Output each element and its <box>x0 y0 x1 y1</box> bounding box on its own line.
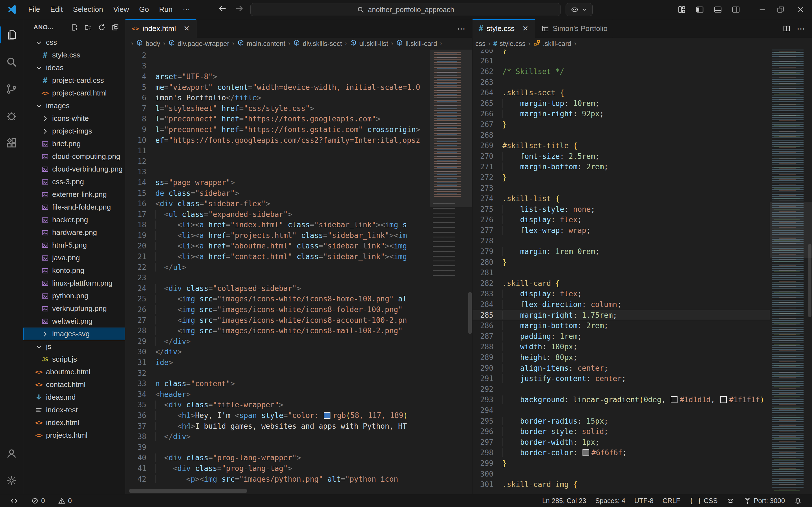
code-line-281[interactable]: 281 <box>472 267 770 278</box>
tree-item-cloud-verbindung.png[interactable]: cloud-verbindung.png <box>23 163 125 175</box>
tree-item-index-test[interactable]: index-test <box>23 404 125 416</box>
breadcrumb-item-li-skill-card[interactable]: li.skill-card <box>396 39 437 48</box>
breadcrumb-item-div-skills-sect[interactable]: div.skills-sect <box>293 39 342 48</box>
tree-item-aboutme.html[interactable]: <>aboutme.html <box>23 365 125 378</box>
tree-item-style.css[interactable]: #style.css <box>23 49 125 61</box>
code-line-265[interactable]: 265 margin-top: 10rem; <box>472 98 770 109</box>
code-line-295[interactable]: 295 border-radius: 15px; <box>472 416 770 427</box>
code-line-299[interactable]: 299} <box>472 458 770 469</box>
code-line-285[interactable]: 285 margin-right: 1.75rem; <box>472 310 770 321</box>
breadcrumb-item--skill-card[interactable]: .skill-card <box>533 39 571 48</box>
tree-item-ideas[interactable]: ideas <box>23 61 125 74</box>
code-line-263[interactable]: 263 <box>472 77 770 88</box>
code-line-260[interactable]: 260} <box>472 50 770 56</box>
refresh-explorer-icon[interactable] <box>96 21 108 33</box>
menu-item-view[interactable]: View <box>108 3 134 16</box>
code-line-35[interactable]: 35 <div class="title-wrapper"> <box>125 400 430 410</box>
code-line-2[interactable]: 2 <box>125 50 430 61</box>
tree-item-linux-plattform.png[interactable]: linux-plattform.png <box>23 277 125 290</box>
code-line-294[interactable]: 294 <box>472 405 770 416</box>
code-line-291[interactable]: 291 justify-content: center; <box>472 373 770 384</box>
tree-item-konto.png[interactable]: konto.png <box>23 264 125 277</box>
code-line-273[interactable]: 273 <box>472 183 770 193</box>
code-line-5[interactable]: 5me="viewport" content="width=device-wid… <box>125 82 430 93</box>
code-line-283[interactable]: 283 display: flex; <box>472 289 770 299</box>
code-line-21[interactable]: 21 <li><a href="contact.html" class="sid… <box>125 251 430 262</box>
code-line-41[interactable]: 41 <div class="prog-lang-tag"> <box>125 463 430 474</box>
code-line-9[interactable]: 9l="preconnect" href="https://fonts.gsta… <box>125 124 430 135</box>
code-line-269[interactable]: 269#skillset-title { <box>472 140 770 151</box>
activity-search-icon[interactable] <box>0 48 23 75</box>
tree-item-index.html[interactable]: <>index.html <box>23 416 125 429</box>
code-line-28[interactable]: 28 <img src="images/icons-white/icons8-m… <box>125 325 430 336</box>
code-line-31[interactable]: 31ide> <box>125 357 430 368</box>
activity-run-debug-icon[interactable] <box>0 103 23 129</box>
tree-item-contact.html[interactable]: <>contact.html <box>23 378 125 391</box>
code-line-27[interactable]: 27 <img src="images/icons-white/icons8-a… <box>125 315 430 326</box>
nav-forward-icon[interactable] <box>235 4 244 15</box>
code-line-272[interactable]: 272} <box>472 172 770 183</box>
code-line-288[interactable]: 288 width: 100px; <box>472 342 770 352</box>
nav-back-icon[interactable] <box>218 4 227 15</box>
tree-item-weltweit.png[interactable]: weltweit.png <box>23 315 125 328</box>
code-line-287[interactable]: 287 padding: 1rem; <box>472 331 770 342</box>
customize-layout-icon[interactable] <box>673 0 691 19</box>
menu-item-selection[interactable]: Selection <box>68 3 108 16</box>
activity-account-icon[interactable] <box>0 440 23 467</box>
status-remote[interactable] <box>6 494 22 507</box>
code-line-17[interactable]: 17 <ul class="expanded-sidebar"> <box>125 209 430 220</box>
activity-explorer-icon[interactable] <box>0 21 23 48</box>
breadcrumb-item-body[interactable]: body <box>136 39 160 48</box>
tree-item-html-5.png[interactable]: html-5.png <box>23 239 125 251</box>
code-line-300[interactable]: 300 <box>472 469 770 480</box>
code-line-42[interactable]: 42 <p><img src="images/python.png" alt="… <box>125 474 430 485</box>
code-line-289[interactable]: 289 height: 80px; <box>472 352 770 363</box>
code-line-23[interactable]: 23 <box>125 272 430 283</box>
more-actions-icon[interactable]: ⋯ <box>455 22 468 35</box>
code-line-279[interactable]: 279 margin: 1rem 0rem; <box>472 246 770 257</box>
toggle-panel-icon[interactable] <box>709 0 727 19</box>
tree-item-project-card.html[interactable]: <>project-card.html <box>23 87 125 100</box>
tab-close-icon[interactable]: ✕ <box>182 24 191 33</box>
status-spaces-4[interactable]: Spaces: 4 <box>591 494 630 507</box>
code-line-15[interactable]: 15de class="sidebar"> <box>125 188 430 199</box>
status-0[interactable]: 0 <box>53 494 76 507</box>
code-line-264[interactable]: 264.skills-sect { <box>472 87 770 98</box>
editor-style-css[interactable]: 260}261262/* Skillset */263264.skills-se… <box>472 50 812 494</box>
code-line-293[interactable]: 293 background: linear-gradient(0deg, #1… <box>472 395 770 405</box>
code-line-266[interactable]: 266 margin-right: 92px; <box>472 109 770 119</box>
code-line-286[interactable]: 286 margin-bottom: 2rem; <box>472 320 770 331</box>
scrollbar-vertical-left[interactable] <box>468 292 472 334</box>
tree-item-brief.png[interactable]: brief.png <box>23 137 125 150</box>
tree-item-css[interactable]: css <box>23 36 125 49</box>
code-line-277[interactable]: 277 flex-wrap: wrap; <box>472 225 770 236</box>
window-minimize-button[interactable] <box>753 0 771 19</box>
scrollbar-horizontal-left[interactable] <box>129 489 247 493</box>
tab-style.css[interactable]: #style.css✕ <box>472 19 535 38</box>
tree-item-script.js[interactable]: JSscript.js <box>23 353 125 365</box>
code-line-290[interactable]: 290 align-items: center; <box>472 363 770 374</box>
code-line-296[interactable]: 296 border-style: solid; <box>472 426 770 437</box>
code-line-292[interactable]: 292 <box>472 384 770 395</box>
code-line-8[interactable]: 8l="preconnect" href="https://fonts.goog… <box>125 114 430 124</box>
scrollbar-vertical-right[interactable] <box>808 244 811 317</box>
code-line-6[interactable]: 6imon's Portfolio</title> <box>125 93 430 103</box>
tree-item-images[interactable]: images <box>23 100 125 112</box>
tree-item-java.png[interactable]: java.png <box>23 251 125 264</box>
code-line-22[interactable]: 22 </ul> <box>125 262 430 273</box>
menu-item-file[interactable]: File <box>23 3 45 16</box>
code-line-25[interactable]: 25 <img src="images/icons-white/icons8-h… <box>125 294 430 304</box>
code-line-298[interactable]: 298 border-color: #6f6f6f; <box>472 448 770 458</box>
tree-item-hacker.png[interactable]: hacker.png <box>23 214 125 226</box>
tab-close-icon[interactable]: ✕ <box>521 24 530 33</box>
copilot-menu-button[interactable] <box>566 3 593 16</box>
code-line-26[interactable]: 26 <img src="images/icons-white/icons8-f… <box>125 304 430 315</box>
breadcrumb-item-ul-skill-list[interactable]: ul.skill-list <box>350 39 388 48</box>
breadcrumb-item-div-page-wrapper[interactable]: div.page-wrapper <box>168 39 230 48</box>
menu-item-[interactable]: ··· <box>177 3 195 16</box>
tree-item-hardware.png[interactable]: hardware.png <box>23 226 125 239</box>
tree-item-project-card.css[interactable]: #project-card.css <box>23 74 125 87</box>
code-line-12[interactable]: 12 <box>125 156 430 167</box>
status-crlf[interactable]: CRLF <box>658 494 685 507</box>
tree-item-images-svg[interactable]: images-svg <box>23 328 125 340</box>
